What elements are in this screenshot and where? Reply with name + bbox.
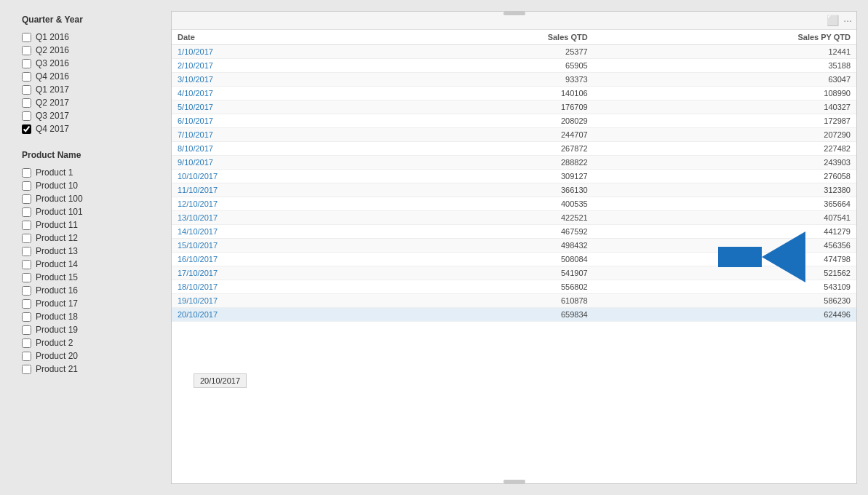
cell-date-17: 18/10/2017 [172,280,383,294]
product-item-14[interactable]: Product 20 [22,349,160,363]
table-row[interactable]: 5/10/2017176709140327 [172,100,856,114]
table-row[interactable]: 11/10/2017366130312380 [172,183,856,197]
cell-sales-py-qtd-4: 140327 [594,100,856,114]
product-name-filter: Product Name Product 1Product 10Product … [22,150,160,376]
quarter-checkbox-5[interactable] [22,98,31,108]
product-checkbox-14[interactable] [22,352,31,361]
table-row[interactable]: 7/10/2017244707207290 [172,128,856,142]
quarter-checkbox-7[interactable] [22,124,31,134]
product-checkbox-15[interactable] [22,365,31,374]
quarter-checkbox-4[interactable] [22,85,31,95]
cell-sales-py-qtd-11: 365664 [594,197,856,211]
product-item-1[interactable]: Product 10 [22,179,160,192]
cell-date-18: 19/10/2017 [172,294,383,308]
quarter-label-5: Q2 2017 [36,98,69,108]
table-row[interactable]: 16/10/2017508084474798 [172,253,856,266]
cell-sales-py-qtd-9: 276058 [594,170,856,183]
quarter-item-6[interactable]: Q3 2017 [22,109,160,122]
product-checkbox-8[interactable] [22,273,31,282]
cell-sales-qtd-8: 288822 [383,156,594,170]
quarter-checkbox-0[interactable] [22,33,31,42]
cell-sales-py-qtd-12: 407541 [594,211,856,225]
product-checkbox-11[interactable] [22,312,31,322]
quarter-item-7[interactable]: Q4 2017 [22,122,160,135]
product-checkbox-10[interactable] [22,299,31,309]
table-row[interactable]: 14/10/2017467592441279 [172,225,856,239]
cell-date-9: 10/10/2017 [172,170,383,183]
quarter-item-2[interactable]: Q3 2016 [22,57,160,70]
product-item-3[interactable]: Product 101 [22,205,160,218]
quarter-checkbox-2[interactable] [22,59,31,68]
cell-date-6: 7/10/2017 [172,128,383,142]
cell-sales-qtd-3: 140106 [383,87,594,100]
quarter-item-0[interactable]: Q1 2016 [22,31,160,44]
table-row[interactable]: 12/10/2017400535365664 [172,197,856,211]
product-item-10[interactable]: Product 17 [22,297,160,310]
cell-date-12: 13/10/2017 [172,211,383,225]
product-item-11[interactable]: Product 18 [22,310,160,323]
product-item-0[interactable]: Product 1 [22,166,160,179]
more-options-icon[interactable]: ··· [843,15,852,26]
table-row[interactable]: 3/10/20179337363047 [172,73,856,87]
table-row[interactable]: 10/10/2017309127276058 [172,170,856,183]
cell-sales-qtd-18: 610878 [383,294,594,308]
table-row[interactable]: 15/10/2017498432456356 [172,239,856,253]
product-checkbox-4[interactable] [22,221,31,230]
product-checkbox-7[interactable] [22,260,31,269]
product-label-12: Product 19 [36,325,78,335]
product-item-5[interactable]: Product 12 [22,231,160,245]
product-item-4[interactable]: Product 11 [22,218,160,231]
cell-date-10: 11/10/2017 [172,183,383,197]
cell-date-5: 6/10/2017 [172,114,383,128]
table-row[interactable]: 19/10/2017610878586230 [172,294,856,308]
product-checkbox-5[interactable] [22,234,31,243]
quarter-checkbox-6[interactable] [22,111,31,121]
table-container[interactable]: Date Sales QTD Sales PY QTD 1/10/2017253… [172,30,856,480]
cell-sales-qtd-5: 208029 [383,114,594,128]
product-item-2[interactable]: Product 100 [22,192,160,205]
table-row[interactable]: 4/10/2017140106108990 [172,87,856,100]
product-item-15[interactable]: Product 21 [22,363,160,376]
table-row[interactable]: 17/10/2017541907521562 [172,266,856,280]
table-row[interactable]: 9/10/2017288822243903 [172,156,856,170]
table-row[interactable]: 8/10/2017267872227482 [172,142,856,156]
table-row[interactable]: 1/10/20172537712441 [172,45,856,59]
cell-date-1: 2/10/2017 [172,59,383,73]
top-resize-handle[interactable] [503,12,525,15]
quarter-checkbox-1[interactable] [22,46,31,55]
product-checkbox-3[interactable] [22,207,31,217]
cell-sales-qtd-9: 309127 [383,170,594,183]
quarter-item-3[interactable]: Q4 2016 [22,70,160,83]
product-checkbox-1[interactable] [22,181,31,191]
product-checkbox-13[interactable] [22,338,31,348]
product-item-9[interactable]: Product 16 [22,284,160,297]
table-row[interactable]: 20/10/2017659834624496 [172,308,856,322]
table-row[interactable]: 18/10/2017556802543109 [172,280,856,294]
data-table: Date Sales QTD Sales PY QTD 1/10/2017253… [172,30,856,322]
table-row[interactable]: 2/10/20176590535188 [172,59,856,73]
product-item-13[interactable]: Product 2 [22,336,160,349]
product-item-12[interactable]: Product 19 [22,323,160,336]
product-label-3: Product 101 [36,207,83,217]
cell-date-3: 4/10/2017 [172,87,383,100]
product-item-7[interactable]: Product 14 [22,258,160,271]
table-row[interactable]: 6/10/2017208029172987 [172,114,856,128]
product-checkbox-12[interactable] [22,325,31,335]
product-item-8[interactable]: Product 15 [22,271,160,284]
quarter-item-1[interactable]: Q2 2016 [22,44,160,57]
bottom-resize-handle[interactable] [503,480,525,483]
quarter-item-5[interactable]: Q2 2017 [22,96,160,109]
product-checkbox-2[interactable] [22,194,31,204]
table-row[interactable]: 13/10/2017422521407541 [172,211,856,225]
product-checkbox-0[interactable] [22,168,31,178]
product-checkbox-6[interactable] [22,247,31,256]
expand-icon[interactable]: ⬜ [827,15,839,26]
cell-sales-py-qtd-13: 441279 [594,225,856,239]
product-checkbox-9[interactable] [22,286,31,296]
product-label-15: Product 21 [36,364,78,374]
product-item-6[interactable]: Product 13 [22,245,160,258]
quarter-checkbox-3[interactable] [22,72,31,82]
table-body: 1/10/201725377124412/10/201765905351883/… [172,45,856,322]
col-sales-qtd: Sales QTD [383,30,594,45]
quarter-item-4[interactable]: Q1 2017 [22,83,160,96]
